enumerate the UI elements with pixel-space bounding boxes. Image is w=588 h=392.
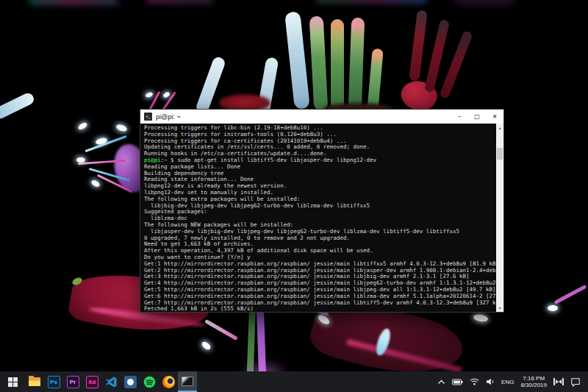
system-tray: ENG 7:16 PM 8/30/2019 (437, 371, 588, 392)
flower-shape (373, 327, 392, 357)
flower-stamen (97, 174, 132, 193)
touch-keyboard-icon[interactable] (553, 378, 564, 385)
taskbar-chat-app[interactable] (121, 371, 140, 392)
flower-shape (29, 0, 118, 4)
terminal-icon: >_ (144, 113, 152, 121)
scrollbar-thumb[interactable] (497, 148, 503, 160)
language-indicator[interactable]: ENG (501, 379, 514, 385)
minimize-button[interactable]: – (451, 110, 468, 124)
photoshop-icon: Ps (48, 376, 60, 388)
stamen-tip (115, 124, 128, 133)
stamen-tip (145, 91, 153, 98)
taskbar-terminal-active[interactable] (178, 371, 197, 392)
prompt-user: pi@pi (144, 157, 161, 163)
flower-bud (439, 30, 473, 99)
maximize-button[interactable]: □ (468, 110, 486, 124)
flower-bud (0, 91, 36, 121)
flower-bud (409, 10, 428, 82)
clock[interactable]: 7:16 PM 8/30/2019 (520, 375, 547, 388)
spotify-icon (143, 376, 156, 388)
flower-stamen (204, 319, 238, 341)
taskbar-firefox[interactable] (159, 371, 178, 392)
terminal-output-after: Reading package lists... Done Building d… (144, 164, 496, 312)
prompt-command: sudo apt-get install libtiff5-dev libjas… (177, 157, 376, 163)
windows-logo-icon (8, 377, 18, 387)
flower-stamen (85, 135, 126, 152)
start-button[interactable] (0, 371, 25, 392)
flower-bud (348, 18, 365, 111)
xd-icon: Xd (86, 376, 98, 388)
desktop: >_ pi@pi: ~ – □ ✕ Processing triggers fo… (0, 0, 588, 392)
flower-stamen (89, 168, 131, 182)
hidden-icons-chevron[interactable] (437, 379, 445, 385)
prompt-symbol: $ (168, 157, 178, 163)
terminal-titlebar[interactable]: >_ pi@pi: ~ – □ ✕ (140, 110, 503, 124)
volume-icon[interactable] (486, 378, 495, 385)
stamen-tip (201, 341, 212, 351)
stamen-tip (77, 121, 88, 131)
taskbar-file-explorer[interactable] (25, 371, 44, 392)
flower-bud (331, 19, 344, 110)
taskbar-premiere[interactable]: Pr (63, 371, 82, 392)
stamen-tip (90, 179, 101, 188)
stamen-tip (162, 91, 171, 99)
flower-stamen (78, 160, 125, 165)
flower-shape (147, 0, 213, 3)
firefox-icon (162, 376, 175, 388)
terminal-window-icon (182, 377, 193, 386)
flower-bud (195, 56, 226, 115)
clock-time: 7:16 PM (520, 375, 547, 382)
flower-bud (367, 49, 383, 113)
scroll-up-icon[interactable]: ▴ (496, 124, 503, 132)
action-center-icon[interactable] (570, 377, 581, 387)
terminal-title: pi@pi: ~ (156, 113, 451, 121)
taskbar: Ps Pr Xd (0, 371, 588, 392)
scroll-down-icon[interactable]: ▾ (496, 304, 503, 312)
stamen-tip (473, 313, 488, 322)
flower-bud (424, 19, 450, 93)
flower-petal (346, 339, 462, 373)
flower-shape (456, 0, 514, 3)
vscode-icon (105, 376, 118, 388)
stamen-tip (76, 157, 85, 163)
flower-bud (284, 11, 310, 109)
stamen-tip (317, 313, 331, 326)
folder-icon (29, 377, 40, 386)
taskbar-vscode[interactable] (101, 371, 121, 392)
scrollbar[interactable]: ▴ ▾ (496, 124, 503, 312)
flower-bud (257, 57, 279, 114)
flower-stamen (554, 285, 587, 304)
close-button[interactable]: ✕ (486, 110, 503, 124)
taskbar-photoshop[interactable]: Ps (44, 371, 63, 392)
taskbar-adobe-xd[interactable]: Xd (82, 371, 101, 392)
wifi-icon[interactable] (470, 378, 479, 385)
premiere-icon: Pr (67, 376, 79, 388)
terminal-output-before: Processing triggers for libc-bin (2.19-1… (144, 125, 496, 157)
stamen-tip (548, 305, 558, 311)
flower-stamen (162, 91, 176, 110)
terminal-window: >_ pi@pi: ~ – □ ✕ Processing triggers fo… (140, 109, 504, 313)
battery-icon[interactable] (452, 379, 463, 385)
flower-shape (71, 276, 83, 286)
clock-date: 8/30/2019 (520, 382, 547, 388)
stamen-tip (95, 137, 108, 146)
terminal-output[interactable]: Processing triggers for libc-bin (2.19-1… (140, 124, 496, 312)
flower-bud (309, 16, 329, 111)
flower-shape (316, 0, 426, 3)
chat-app-icon (124, 376, 137, 388)
taskbar-spotify[interactable] (140, 371, 159, 392)
